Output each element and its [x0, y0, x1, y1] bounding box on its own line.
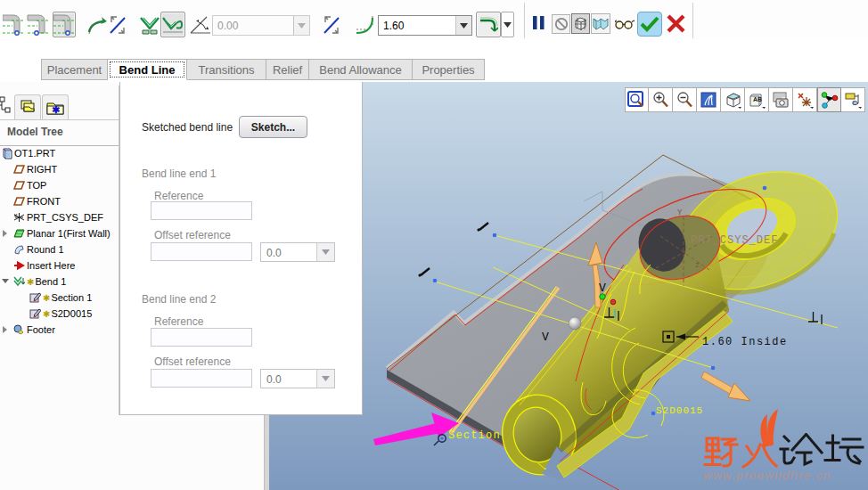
svg-text:S2D0015: S2D0015	[656, 405, 703, 416]
svg-text:Y: Y	[677, 208, 683, 217]
svg-text:✱: ✱	[52, 104, 60, 115]
svg-text:V: V	[599, 282, 606, 295]
svg-text:1.60 Inside: 1.60 Inside	[702, 336, 788, 348]
svg-text:z: z	[695, 261, 700, 270]
svg-text:Section: Section	[448, 429, 501, 442]
svg-text:V: V	[542, 331, 549, 344]
svg-text:PRT_CSYS_DEF: PRT_CSYS_DEF	[691, 234, 778, 247]
svg-text:✕: ✕	[13, 213, 18, 218]
